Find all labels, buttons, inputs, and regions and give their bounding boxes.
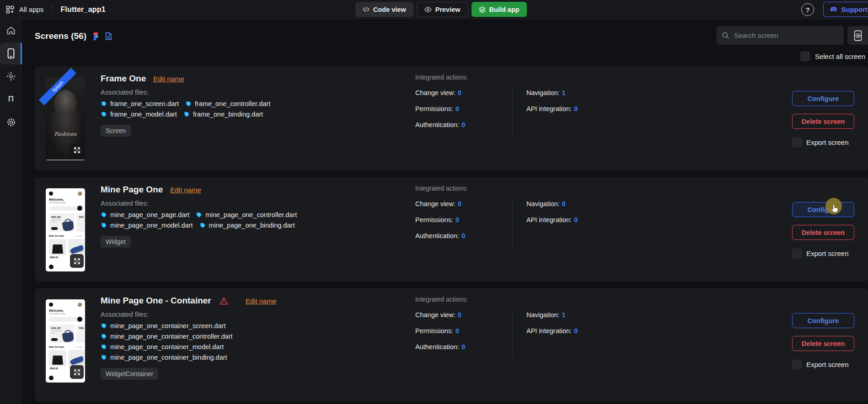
configure-button[interactable]: Configure	[792, 91, 854, 106]
file-name: mine_page_one_container_controller.dart	[110, 333, 233, 340]
dart-icon	[196, 212, 203, 218]
promo-subtitle: On everything today	[49, 330, 64, 334]
permissions-count: Permissions:0	[415, 104, 512, 114]
delete-screen-button[interactable]: Delete screen	[792, 336, 854, 351]
edit-name-link[interactable]: Edit name	[170, 186, 201, 194]
associated-files-list: mine_page_one_page.dart mine_page_one_co…	[101, 211, 393, 229]
screen-gear-icon	[853, 30, 863, 41]
screen-type-badge: Widget	[101, 236, 131, 248]
authentication-count: Authentication:0	[415, 342, 512, 352]
export-screen[interactable]: Export screen	[792, 138, 854, 147]
associated-files-list: mine_page_one_container_screen.dart mine…	[101, 322, 393, 361]
preview-button[interactable]: Preview	[417, 2, 468, 17]
thumbnail-bottom-dot	[49, 376, 54, 380]
configure-button[interactable]: Configure	[792, 202, 854, 217]
topbar: All apps Flutter_app1 Code view Preview …	[0, 0, 868, 19]
change-view-count: Change view:0	[415, 310, 512, 320]
export-screen-checkbox[interactable]	[792, 138, 802, 147]
screen-thumbnail[interactable]: Welcome, Our Fashions App 50% Off On eve…	[46, 299, 85, 383]
question-icon: ?	[805, 6, 809, 14]
file-item: frame_one_model.dart	[101, 111, 177, 118]
thumbnail-product-shoe	[68, 239, 85, 255]
navigation-count: Navigation:0	[526, 199, 627, 209]
sidebar: Π	[0, 19, 22, 404]
file-item: frame_one_screen.dart	[101, 100, 179, 107]
all-apps-label: All apps	[19, 5, 43, 13]
card-info: Mine Page One Edit name Associated files…	[101, 185, 393, 248]
screen-type-badge: WidgetContainer	[101, 368, 158, 380]
file-item: mine_page_one_container_model.dart	[101, 343, 224, 351]
export-screen-label: Export screen	[806, 138, 849, 146]
screen-thumbnail[interactable]: Welcome, Our Fashions App 50% Off On eve…	[46, 188, 85, 271]
associated-files-list: frame_one_screen.dart frame_one_controll…	[101, 100, 393, 118]
thumbnail-product-tote	[49, 350, 66, 367]
select-all-screens[interactable]: Select all screen	[800, 52, 865, 61]
sidebar-item-home[interactable]	[0, 20, 22, 42]
thumbnail-brand-text: Fashions	[46, 131, 85, 137]
card-info: Frame One Edit name Associated files: fr…	[101, 74, 393, 137]
file-name: mine_page_one_page.dart	[110, 211, 189, 218]
sidebar-item-settings[interactable]	[0, 111, 22, 133]
promo-title: 50% Off	[49, 213, 75, 218]
screen-thumbnail[interactable]: Fashions — — — Splash	[46, 77, 85, 160]
authentication-count: Authentication:0	[415, 231, 512, 241]
export-screen-checkbox[interactable]	[792, 360, 802, 369]
build-app-button[interactable]: Build app	[472, 2, 527, 17]
expand-thumbnail-button[interactable]	[70, 254, 84, 268]
dart-icon	[199, 222, 206, 229]
configure-button[interactable]: Configure	[792, 313, 854, 328]
layers-icon	[479, 6, 486, 13]
expand-thumbnail-button[interactable]	[70, 365, 84, 379]
help-button[interactable]: ?	[801, 3, 814, 16]
dart-icon	[101, 354, 107, 361]
screens-header: Screens (56)	[35, 31, 112, 41]
support-button[interactable]: Support	[823, 2, 868, 17]
sidebar-item-typography[interactable]: Π	[0, 88, 22, 110]
delete-screen-button[interactable]: Delete screen	[792, 225, 854, 240]
screen-name: Mine Page One	[101, 185, 163, 195]
thumbnail-welcome-text: Welcome,	[46, 196, 85, 201]
thumbnail-view-all: View All	[76, 235, 82, 237]
change-view-count: Change view:0	[415, 199, 512, 209]
topbar-actions: Code view Preview Build app	[355, 2, 527, 17]
search-screen-input[interactable]	[733, 31, 838, 40]
file-item: frame_one_controller.dart	[185, 100, 270, 107]
export-screen[interactable]: Export screen	[792, 249, 854, 258]
thumbnail-subtitle-text: Our Fashions App	[46, 312, 85, 315]
expand-thumbnail-button[interactable]	[70, 143, 84, 157]
warning-icon[interactable]	[220, 297, 228, 305]
document-icon[interactable]	[105, 32, 112, 40]
export-screen[interactable]: Export screen	[792, 360, 854, 369]
thumbnail-bottom-dot	[49, 265, 54, 269]
preview-label: Preview	[435, 6, 461, 13]
promo-bag-art	[62, 221, 75, 231]
card-buttons: Configure Delete screen Export screen	[792, 313, 854, 369]
permissions-count: Permissions:0	[415, 215, 512, 225]
figma-icon[interactable]	[93, 32, 99, 40]
screen-card-mine-page-one-container: Welcome, Our Fashions App 50% Off On eve…	[35, 288, 868, 402]
screen-card-frame-one: Fashions — — — Splash Frame One Edit nam…	[35, 66, 868, 170]
code-view-button[interactable]: Code view	[355, 2, 413, 17]
delete-screen-button[interactable]: Delete screen	[792, 114, 854, 129]
integrated-actions: Integrated actions: Change view:0 Permis…	[415, 185, 627, 248]
sidebar-item-screens[interactable]	[0, 43, 22, 64]
edit-name-link[interactable]: Edit name	[246, 297, 277, 305]
all-apps-button[interactable]: All apps	[0, 5, 43, 14]
export-screen-checkbox[interactable]	[792, 249, 802, 258]
select-all-checkbox[interactable]	[800, 52, 810, 61]
sidebar-item-integration[interactable]	[0, 65, 22, 87]
thumbnail-search-bar	[49, 317, 82, 322]
api-integration-count: API integration:0	[526, 326, 627, 336]
typography-icon: Π	[8, 95, 14, 104]
dart-icon	[183, 111, 190, 118]
promo-title: 70%	[76, 324, 85, 330]
thumbnail-view-all: View All	[76, 346, 82, 348]
export-screen-label: Export screen	[806, 361, 849, 368]
expand-icon	[74, 258, 80, 265]
file-item: mine_page_one_controller.dart	[196, 211, 297, 218]
expand-icon	[74, 369, 80, 376]
screen-settings-button[interactable]	[847, 26, 868, 45]
file-item: mine_page_one_binding.dart	[199, 222, 295, 229]
edit-name-link[interactable]: Edit name	[153, 75, 184, 83]
api-integration-count: API integration:0	[526, 104, 627, 114]
